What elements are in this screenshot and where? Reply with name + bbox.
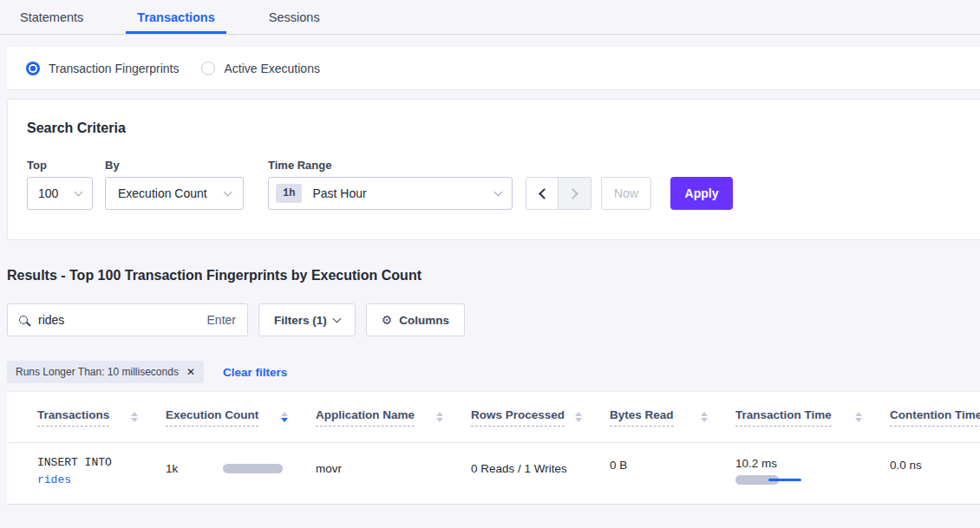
results-table: Transactions Execution Count Application… — [7, 391, 980, 505]
view-toggle-row: Transaction Fingerprints Active Executio… — [7, 47, 980, 90]
search-icon — [19, 316, 28, 324]
tab-transactions[interactable]: Transactions — [126, 3, 225, 34]
close-icon[interactable]: ✕ — [186, 366, 195, 378]
sort-arrows-icon[interactable] — [131, 412, 138, 422]
table-header-row: Transactions Execution Count Application… — [7, 392, 980, 443]
filters-label: Filters (1) — [274, 314, 327, 327]
search-enter-hint[interactable]: Enter — [207, 313, 236, 327]
table-row: INSERT INTO rides 1k movr 0 Reads / 1 Wr… — [7, 443, 980, 505]
tab-sessions[interactable]: Sessions — [258, 3, 331, 34]
column-header-transactions: Transactions — [37, 408, 166, 427]
transaction-cell: INSERT INTO rides — [37, 443, 166, 505]
time-range-badge: 1h — [276, 184, 302, 203]
chevron-down-icon — [494, 187, 503, 196]
search-criteria-title: Search Criteria — [27, 121, 980, 136]
rows-processed-cell: 0 Reads / 1 Writes — [471, 443, 610, 505]
column-header-label[interactable]: Transaction Time — [735, 408, 832, 427]
tab-label: Transactions — [137, 10, 214, 24]
top-value: 100 — [38, 186, 58, 200]
column-header-label[interactable]: Application Name — [316, 408, 415, 427]
contention-time-cell: 0.0 ns — [890, 443, 980, 505]
gear-icon: ⚙ — [382, 313, 393, 327]
column-header-label[interactable]: Execution Count — [166, 408, 258, 427]
sort-arrows-icon[interactable] — [701, 412, 708, 422]
by-value: Execution Count — [118, 186, 207, 200]
bytes-read-cell: 0 B — [610, 443, 735, 505]
column-header-bytes-read: Bytes Read — [610, 408, 735, 427]
column-header-application-name: Application Name — [316, 408, 471, 427]
column-header-transaction-time: Transaction Time — [735, 408, 890, 427]
transaction-time-stddev-line — [768, 479, 801, 481]
applied-filters-row: Runs Longer Than: 10 milliseconds ✕ Clea… — [7, 361, 980, 383]
time-range-field: Time Range 1h Past Hour — [268, 159, 526, 210]
results-toolbar: Enter Filters (1) ⚙ Columns — [7, 303, 980, 336]
execution-count-value: 1k — [166, 462, 178, 475]
time-range-next-button[interactable] — [559, 177, 591, 210]
tab-label: Sessions — [269, 10, 320, 24]
radio-selected-icon — [26, 62, 40, 75]
transaction-statement: INSERT INTO — [37, 454, 166, 472]
chevron-down-icon — [75, 187, 83, 196]
tab-label: Statements — [20, 10, 83, 24]
time-range-prev-button[interactable] — [526, 177, 559, 210]
search-criteria-card: Search Criteria Top 100 By Execution Cou… — [7, 99, 980, 240]
column-header-execution-count: Execution Count — [166, 408, 316, 427]
transaction-time-cell: 10.2 ms — [735, 443, 890, 505]
by-field: By Execution Count — [105, 159, 268, 210]
top-field: Top 100 — [27, 159, 93, 210]
by-select[interactable]: Execution Count — [105, 177, 244, 210]
radio-label: Active Executions — [224, 62, 320, 75]
time-range-label: Time Range — [268, 159, 526, 172]
sort-arrows-icon[interactable] — [855, 412, 862, 422]
sort-arrows-icon[interactable] — [436, 412, 443, 422]
sort-arrows-icon[interactable] — [281, 412, 288, 422]
sort-arrows-icon[interactable] — [575, 412, 582, 422]
radio-transaction-fingerprints[interactable]: Transaction Fingerprints — [26, 62, 179, 75]
chevron-down-icon — [332, 314, 341, 323]
search-input[interactable] — [38, 313, 207, 327]
filters-button[interactable]: Filters (1) — [258, 303, 356, 336]
top-select[interactable]: 100 — [27, 177, 93, 210]
top-label: Top — [27, 159, 93, 172]
radio-label: Transaction Fingerprints — [49, 62, 179, 75]
transaction-link[interactable]: rides — [37, 472, 166, 489]
clear-filters-link[interactable]: Clear filters — [223, 366, 287, 379]
results-heading: Results - Top 100 Transaction Fingerprin… — [7, 268, 980, 284]
execution-count-bar — [223, 464, 283, 473]
filter-pill-label: Runs Longer Than: 10 milliseconds — [16, 366, 179, 378]
column-header-rows-processed: Rows Processed — [471, 408, 610, 427]
columns-button[interactable]: ⚙ Columns — [366, 303, 465, 336]
chevron-right-icon — [567, 188, 578, 199]
column-header-label[interactable]: Rows Processed — [471, 408, 565, 427]
tab-statements[interactable]: Statements — [9, 3, 95, 34]
time-range-value: Past Hour — [312, 186, 366, 200]
time-range-select[interactable]: 1h Past Hour — [268, 177, 513, 210]
chevron-left-icon — [539, 188, 550, 199]
execution-count-cell: 1k — [166, 443, 316, 505]
chevron-down-icon — [224, 187, 232, 196]
column-header-label[interactable]: Transactions — [37, 408, 109, 427]
column-header-contention-time: Contention Time — [890, 408, 980, 427]
search-criteria-controls: Top 100 By Execution Count Time Range 1h… — [27, 159, 980, 210]
by-label: By — [105, 159, 268, 172]
application-name-cell: movr — [316, 443, 471, 505]
column-header-label[interactable]: Bytes Read — [610, 408, 674, 427]
time-range-arrows — [526, 177, 591, 210]
search-box: Enter — [7, 303, 248, 336]
radio-active-executions[interactable]: Active Executions — [201, 62, 320, 75]
apply-button[interactable]: Apply — [670, 177, 733, 210]
radio-unselected-icon — [201, 62, 215, 75]
transaction-time-value: 10.2 ms — [735, 457, 890, 470]
column-header-label[interactable]: Contention Time — [890, 408, 980, 427]
transaction-time-bar — [735, 475, 813, 486]
columns-label: Columns — [399, 314, 449, 327]
now-button[interactable]: Now — [601, 177, 651, 210]
filter-pill: Runs Longer Than: 10 milliseconds ✕ — [7, 361, 204, 383]
page-tabs: Statements Transactions Sessions — [0, 0, 980, 35]
